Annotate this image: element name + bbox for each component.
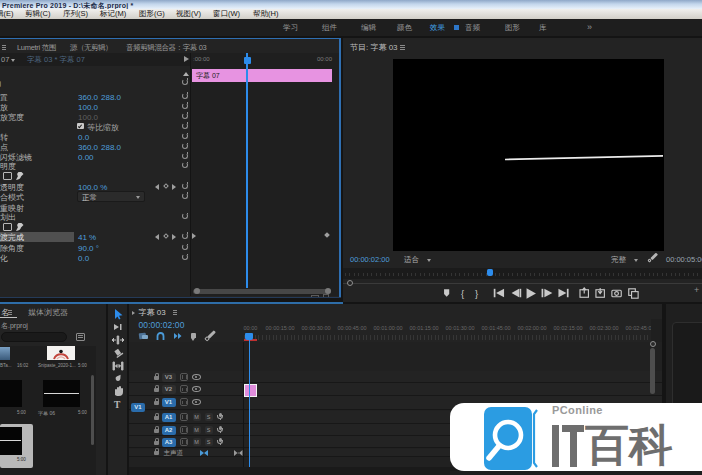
svg-text:{: {	[461, 288, 464, 298]
svg-text:T: T	[114, 400, 121, 410]
svg-text:}: }	[475, 288, 478, 298]
